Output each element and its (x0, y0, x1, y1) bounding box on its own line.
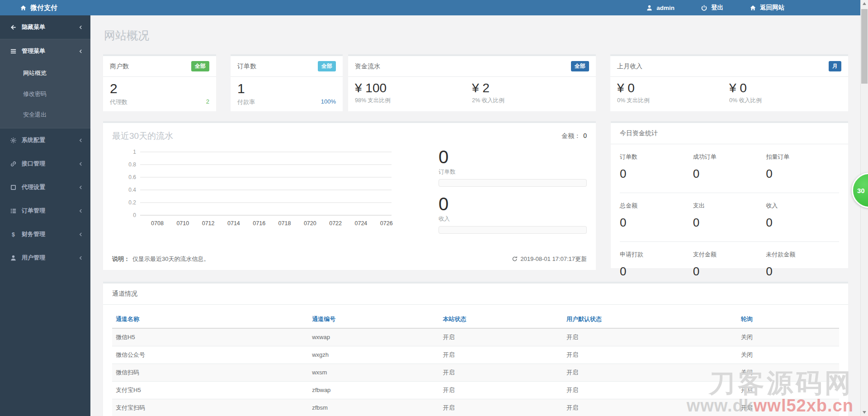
back-to-site-button[interactable]: 返回网站 (750, 4, 784, 12)
sidebar-subitem[interactable]: 网站概览 (0, 63, 90, 84)
table-cell: 微信扫码 (112, 364, 308, 381)
stat-cell-value: 0 (693, 167, 766, 181)
flow-note-text: 仅显示最近30天的流水信息。 (132, 255, 209, 262)
refresh-icon (512, 256, 518, 262)
column-header[interactable]: 轮询 (737, 311, 839, 328)
sidebar-item[interactable]: $财务管理 (0, 222, 90, 246)
sidebar-subitem[interactable]: 修改密码 (0, 84, 90, 104)
user-icon (646, 5, 653, 11)
sidebar-submenu: 网站概览修改密码安全退出 (0, 63, 90, 128)
stat-cell-value: 0 (620, 216, 693, 230)
table-cell: wxgzh (308, 346, 439, 364)
sidebar-item-label: 订单管理 (22, 207, 45, 215)
sidebar-menu: 隐藏菜单管理菜单网站概览修改密码安全退出系统配置接口管理代理设置订单管理$财务管… (0, 15, 90, 269)
flow-line-chart: 00.20.40.60.8107080710071207140716071807… (112, 146, 401, 232)
table-cell: 支付宝扫码 (112, 399, 308, 416)
column-header[interactable]: 本站状态 (439, 311, 563, 328)
sidebar-group: 订单管理 (0, 199, 90, 222)
stat-cell-value: 0 (620, 167, 693, 181)
sidebar-item[interactable]: 管理菜单 (0, 39, 90, 63)
square-icon (10, 184, 17, 191)
svg-text:0720: 0720 (304, 220, 316, 227)
table-cell: 开启 (439, 364, 563, 381)
stat-cards-row: 商户数 全部 2 代理数 2 订单数 全部 1 付款率 100% (103, 54, 848, 111)
stat-card-funds-flow: 资金流水 全部 ¥ 100 98% 支出比例 ¥ 2 2% 收入比例 (348, 54, 596, 111)
table-row: 支付宝H5zfbwap开启开启开启 (112, 381, 839, 399)
sidebar-group: $财务管理 (0, 222, 90, 246)
arrow-left-icon (10, 24, 17, 31)
chevron-left-icon (78, 138, 83, 143)
metric-value: 0 (439, 194, 587, 213)
svg-text:1: 1 (133, 149, 136, 155)
stat-cell-label: 订单数 (620, 153, 693, 161)
stat-card-last-month-income: 上月收入 月 ¥ 0 0% 支出比例 ¥ 0 0% 收入比例 (610, 54, 848, 111)
table-cell: 关闭 (737, 364, 839, 381)
table-cell: 开启 (737, 381, 839, 399)
sidebar-group: 接口管理 (0, 152, 90, 175)
list-icon (10, 208, 17, 214)
vertical-scrollbar[interactable] (860, 0, 868, 416)
sidebar-item-label: 系统配置 (22, 136, 45, 144)
column-header[interactable]: 用户默认状态 (563, 311, 737, 328)
sidebar-group: 隐藏菜单 (0, 15, 90, 39)
table-cell: 微信H5 (112, 328, 308, 346)
flow-panel: 最近30天的流水 金额：0 00.20.40.60.81070807100712… (103, 121, 596, 270)
card-badge: 全部 (191, 61, 209, 71)
sidebar-item[interactable]: 订单管理 (0, 199, 90, 222)
card-sub-label: 代理数 (110, 98, 127, 106)
table-cell: 开启 (563, 399, 737, 416)
stat-cell: 成功订单0 (693, 144, 766, 193)
bars-icon (10, 48, 17, 55)
card-value: 2 (110, 81, 209, 97)
sidebar-group: 用户管理 (0, 246, 90, 269)
card-sub-value: 100% (321, 98, 336, 106)
stat-cell-label: 总金额 (620, 202, 693, 210)
stat-cell: 未付款金额0 (766, 242, 839, 290)
card-sub-value: 2 (206, 98, 209, 106)
card-badge: 月 (829, 61, 841, 71)
scroll-down-button[interactable] (861, 409, 868, 416)
table-cell: zfbsm (308, 399, 439, 416)
home-icon (20, 5, 27, 11)
table-row: 微信扫码wxsm开启开启关闭 (112, 364, 839, 381)
user-menu[interactable]: admin (646, 5, 675, 11)
stat-cell-label: 申请打款 (620, 251, 693, 259)
sidebar-item[interactable]: 隐藏菜单 (0, 15, 90, 39)
sidebar-item[interactable]: 代理设置 (0, 175, 90, 199)
sidebar-subitem[interactable]: 安全退出 (0, 104, 90, 125)
sidebar-item-label: 财务管理 (22, 230, 45, 238)
column-header[interactable]: 通道编号 (308, 311, 439, 328)
svg-text:0708: 0708 (151, 220, 164, 227)
brand[interactable]: 微付支付 (0, 4, 57, 12)
table-cell: 开启 (737, 399, 839, 416)
svg-text:0.4: 0.4 (128, 187, 136, 193)
logout-button[interactable]: 登出 (701, 4, 723, 12)
card-title: 订单数 (237, 62, 256, 71)
main-content: 网站概况 商户数 全部 2 代理数 2 订单数 全部 1 (90, 15, 860, 416)
dollar-icon: $ (10, 231, 17, 238)
down-arrow-icon (863, 411, 866, 414)
logout-label: 登出 (711, 4, 723, 12)
svg-text:0714: 0714 (227, 220, 240, 227)
refresh-timestamp[interactable]: 2019-08-01 17:07:17更新 (512, 255, 587, 263)
sidebar-item[interactable]: 用户管理 (0, 246, 90, 269)
table-cell: wxsm (308, 364, 439, 381)
column-header[interactable]: 通道名称 (112, 311, 308, 328)
link-icon (10, 161, 17, 167)
sidebar-item[interactable]: 接口管理 (0, 152, 90, 175)
scrollbar-thumb[interactable] (861, 9, 868, 84)
flow-note-label: 说明： (112, 255, 130, 262)
card-sub-label: 98% 支出比例 (355, 97, 472, 104)
flow-amount-value: 0 (583, 132, 587, 139)
sidebar-item[interactable]: 系统配置 (0, 128, 90, 152)
chevron-left-icon (78, 208, 83, 213)
sidebar-item-label: 管理菜单 (22, 47, 45, 55)
chevron-left-icon (78, 49, 83, 54)
card-value: ¥ 0 (617, 81, 729, 95)
flow-panel-title: 最近30天的流水 (112, 130, 173, 142)
updated-label: 2019-08-01 17:07:17更新 (520, 255, 587, 263)
scroll-up-button[interactable] (861, 0, 868, 7)
card-sub-label: 0% 支出比例 (617, 97, 729, 104)
sidebar-item-label: 代理设置 (22, 183, 45, 191)
card-badge: 全部 (571, 61, 589, 71)
